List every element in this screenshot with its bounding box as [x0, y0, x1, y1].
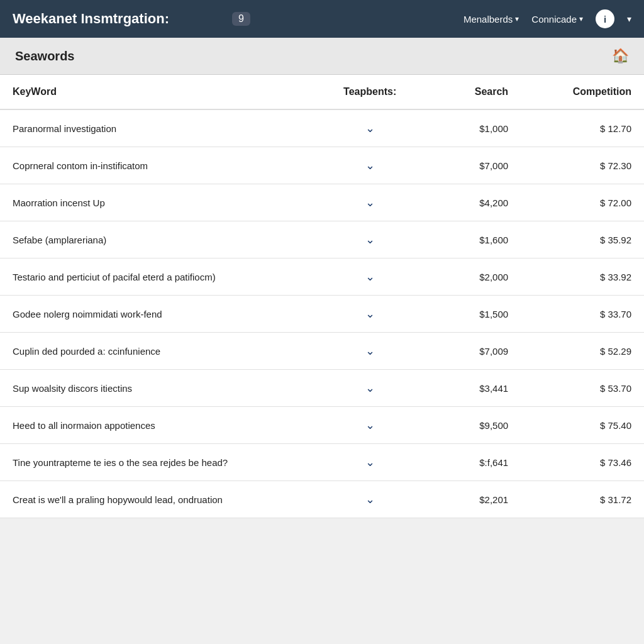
- cell-teapbents[interactable]: ⌄: [328, 407, 411, 444]
- cell-search: $7,000: [411, 147, 521, 184]
- info-button[interactable]: i: [596, 9, 614, 28]
- navbar-title: Weekanet Insmtrgation:: [13, 11, 226, 27]
- chevron-down-icon[interactable]: ⌄: [365, 308, 375, 320]
- table-container: KeyWord Teapbents: Search Competition Pa…: [0, 75, 644, 518]
- cell-search: $4,200: [411, 184, 521, 221]
- cell-competition: $ 73.46: [521, 444, 644, 481]
- chevron-down-icon[interactable]: ⌄: [365, 270, 375, 283]
- section-header: Seawords 🏠: [0, 38, 644, 75]
- cell-teapbents[interactable]: ⌄: [328, 184, 411, 221]
- cell-keyword: Testario and perticiut of pacifal eterd …: [0, 258, 328, 296]
- cell-teapbents[interactable]: ⌄: [328, 109, 411, 147]
- info-icon: i: [604, 14, 606, 25]
- table-row: Maorration incenst Up⌄$4,200$ 72.00: [0, 184, 644, 221]
- cell-keyword: Coprneral contom in-instificatom: [0, 147, 328, 184]
- chevron-down-icon: ▾: [515, 14, 519, 23]
- chevron-down-icon[interactable]: ⌄: [365, 456, 375, 469]
- table-row: Creat is we'll a praling hopywould lead,…: [0, 481, 644, 518]
- cell-teapbents[interactable]: ⌄: [328, 370, 411, 407]
- cell-teapbents[interactable]: ⌄: [328, 481, 411, 518]
- expand-icon[interactable]: ▾: [627, 14, 631, 24]
- col-header-competition: Competition: [521, 75, 644, 109]
- cell-search: $1,600: [411, 221, 521, 258]
- table-row: Godee nolerg noimmidati work-fend⌄$1,500…: [0, 296, 644, 333]
- cell-competition: $ 53.70: [521, 370, 644, 407]
- cell-keyword: Sup woalsity discors itiectins: [0, 370, 328, 407]
- col-header-search: Search: [411, 75, 521, 109]
- cell-search: $7,009: [411, 333, 521, 370]
- cell-competition: $ 33.92: [521, 258, 644, 296]
- cell-search: $1,500: [411, 296, 521, 333]
- chevron-down-icon[interactable]: ⌄: [365, 159, 375, 172]
- cell-search: $3,441: [411, 370, 521, 407]
- cell-search: $2,000: [411, 258, 521, 296]
- chevron-down-icon[interactable]: ⌄: [365, 382, 375, 394]
- cell-teapbents[interactable]: ⌄: [328, 147, 411, 184]
- navbar-menu2-label: Connicade: [531, 14, 577, 25]
- navbar-menu1[interactable]: Menalberds ▾: [464, 14, 519, 25]
- cell-keyword: Creat is we'll a praling hopywould lead,…: [0, 481, 328, 518]
- cell-search: $:f,641: [411, 444, 521, 481]
- chevron-down-icon: ▾: [579, 14, 583, 23]
- table-row: Testario and perticiut of pacifal eterd …: [0, 258, 644, 296]
- chevron-down-icon[interactable]: ⌄: [365, 419, 375, 431]
- cell-competition: $ 12.70: [521, 109, 644, 147]
- col-header-teapbents: Teapbents:: [328, 75, 411, 109]
- cell-teapbents[interactable]: ⌄: [328, 333, 411, 370]
- cell-competition: $ 35.92: [521, 221, 644, 258]
- table-row: Tine yountrapteme te ies o the sea rejde…: [0, 444, 644, 481]
- cell-keyword: Heed to all inormaion appotiences: [0, 407, 328, 444]
- navbar-badge: 9: [232, 12, 250, 26]
- cell-competition: $ 33.70: [521, 296, 644, 333]
- cell-keyword: Godee nolerg noimmidati work-fend: [0, 296, 328, 333]
- chevron-down-icon[interactable]: ⌄: [365, 493, 375, 506]
- keywords-table: KeyWord Teapbents: Search Competition Pa…: [0, 75, 644, 518]
- navbar: Weekanet Insmtrgation: 9 Menalberds ▾ Co…: [0, 0, 644, 38]
- table-row: Heed to all inormaion appotiences⌄$9,500…: [0, 407, 644, 444]
- navbar-right: Menalberds ▾ Connicade ▾ i ▾: [464, 9, 631, 28]
- cell-teapbents[interactable]: ⌄: [328, 296, 411, 333]
- table-row: Paranormal investigation⌄$1,000$ 12.70: [0, 109, 644, 147]
- chevron-down-icon[interactable]: ⌄: [365, 233, 375, 246]
- chevron-down-icon[interactable]: ⌄: [365, 345, 375, 357]
- navbar-menu2[interactable]: Connicade ▾: [531, 14, 583, 25]
- chevron-down-icon[interactable]: ⌄: [365, 122, 375, 135]
- cell-competition: $ 75.40: [521, 407, 644, 444]
- cell-search: $1,000: [411, 109, 521, 147]
- table-header-row: KeyWord Teapbents: Search Competition: [0, 75, 644, 109]
- cell-keyword: Sefabe (amplareriana): [0, 221, 328, 258]
- cell-keyword: Tine yountrapteme te ies o the sea rejde…: [0, 444, 328, 481]
- table-row: Sup woalsity discors itiectins⌄$3,441$ 5…: [0, 370, 644, 407]
- cell-keyword: Cuplin ded pourded a: ccinfunience: [0, 333, 328, 370]
- table-row: Sefabe (amplareriana)⌄$1,600$ 35.92: [0, 221, 644, 258]
- section-title: Seawords: [15, 49, 74, 64]
- cell-search: $2,201: [411, 481, 521, 518]
- cell-keyword: Paranormal investigation: [0, 109, 328, 147]
- cell-competition: $ 31.72: [521, 481, 644, 518]
- cell-competition: $ 52.29: [521, 333, 644, 370]
- table-row: Cuplin ded pourded a: ccinfunience⌄$7,00…: [0, 333, 644, 370]
- table-row: Coprneral contom in-instificatom⌄$7,000$…: [0, 147, 644, 184]
- cell-teapbents[interactable]: ⌄: [328, 221, 411, 258]
- navbar-menu1-label: Menalberds: [464, 14, 513, 25]
- cell-search: $9,500: [411, 407, 521, 444]
- cell-competition: $ 72.30: [521, 147, 644, 184]
- cell-competition: $ 72.00: [521, 184, 644, 221]
- chevron-down-icon[interactable]: ⌄: [365, 196, 375, 209]
- cell-teapbents[interactable]: ⌄: [328, 258, 411, 296]
- cell-keyword: Maorration incenst Up: [0, 184, 328, 221]
- home-icon[interactable]: 🏠: [612, 48, 629, 64]
- cell-teapbents[interactable]: ⌄: [328, 444, 411, 481]
- col-header-keyword: KeyWord: [0, 75, 328, 109]
